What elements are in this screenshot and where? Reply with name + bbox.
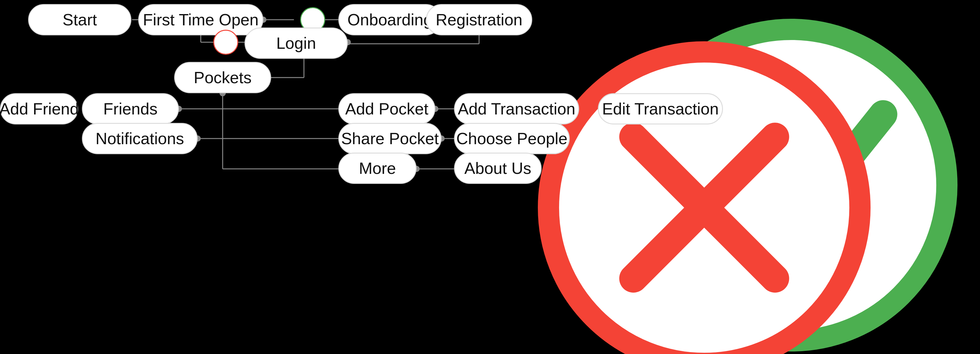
add-transaction-node: Add Transaction bbox=[454, 93, 579, 124]
add-pocket-node: Add Pocket bbox=[338, 93, 435, 124]
about-us-node: About Us bbox=[454, 153, 542, 184]
registration-node: Registration bbox=[426, 4, 532, 35]
no-condition bbox=[213, 30, 238, 55]
edit-transaction-node: Edit Transaction bbox=[598, 93, 723, 124]
more-node: More bbox=[338, 153, 417, 184]
share-pocket-node: Share Pocket bbox=[338, 123, 442, 154]
pockets-node: Pockets bbox=[174, 62, 271, 93]
login-node: Login bbox=[245, 27, 348, 59]
start-node: Start bbox=[28, 4, 131, 35]
choose-people-node: Choose People bbox=[454, 123, 570, 154]
notifications-node: Notifications bbox=[82, 123, 197, 154]
friends-node: Friends bbox=[82, 93, 179, 124]
add-friend-node: Add Friend bbox=[0, 93, 78, 124]
